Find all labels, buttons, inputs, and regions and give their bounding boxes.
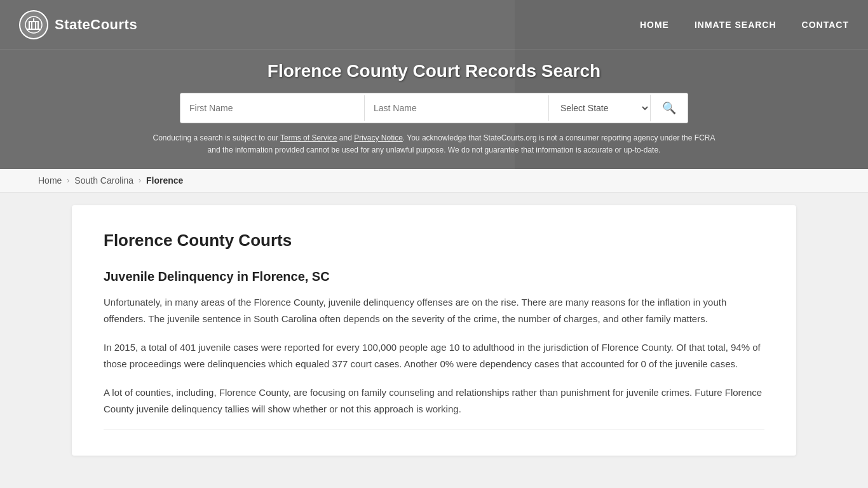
nav-inmate-search[interactable]: INMATE SEARCH (695, 20, 776, 30)
paragraph-2: In 2015, a total of 401 juvenile cases w… (104, 339, 764, 372)
hero-title: Florence County Court Records Search (13, 61, 855, 81)
breadcrumb-separator-1: › (67, 176, 69, 185)
svg-rect-4 (29, 22, 30, 29)
search-bar: Select StateAlabamaAlaskaArizonaArkansas… (180, 93, 688, 123)
section1-heading: Juvenile Delinquency in Florence, SC (104, 269, 764, 284)
disclaimer-text: Conducting a search is subject to our Te… (148, 132, 720, 169)
svg-rect-7 (37, 22, 39, 29)
paragraph-1: Unfortunately, in many areas of the Flor… (104, 294, 764, 327)
breadcrumb: Home › South Carolina › Florence (0, 169, 868, 193)
nav-home[interactable]: HOME (640, 20, 669, 30)
last-name-input[interactable] (365, 95, 549, 121)
first-name-input[interactable] (180, 95, 365, 121)
svg-rect-5 (31, 22, 32, 29)
svg-rect-6 (35, 22, 36, 29)
search-button[interactable]: 🔍 (651, 93, 688, 123)
content-card: Florence County Courts Juvenile Delinque… (72, 205, 796, 456)
page-heading: Florence County Courts (104, 231, 764, 250)
nav-contact[interactable]: CONTACT (802, 20, 849, 30)
svg-rect-2 (29, 21, 39, 22)
logo-icon (19, 10, 48, 39)
paragraph-3: A lot of counties, including, Florence C… (104, 384, 764, 417)
state-select[interactable]: Select StateAlabamaAlaskaArizonaArkansas… (549, 95, 651, 121)
top-navigation: StateCourts HOME INMATE SEARCH CONTACT (0, 0, 868, 50)
search-icon: 🔍 (662, 101, 676, 115)
hero-section: StateCourts HOME INMATE SEARCH CONTACT F… (0, 0, 868, 169)
hero-content: Florence County Court Records Search Sel… (0, 50, 868, 169)
logo-text: StateCourts (55, 17, 137, 33)
main-wrapper: Florence County Courts Juvenile Delinque… (59, 205, 809, 456)
content-divider (104, 430, 764, 430)
breadcrumb-current: Florence (146, 175, 183, 186)
nav-links: HOME INMATE SEARCH CONTACT (640, 20, 849, 30)
privacy-link[interactable]: Privacy Notice (354, 133, 403, 142)
breadcrumb-separator-2: › (139, 176, 141, 185)
terms-link[interactable]: Terms of Service (280, 133, 337, 142)
breadcrumb-home[interactable]: Home (38, 175, 62, 186)
breadcrumb-state[interactable]: South Carolina (74, 175, 133, 186)
svg-rect-1 (27, 29, 40, 30)
logo-link[interactable]: StateCourts (19, 10, 137, 39)
svg-rect-3 (33, 18, 34, 21)
